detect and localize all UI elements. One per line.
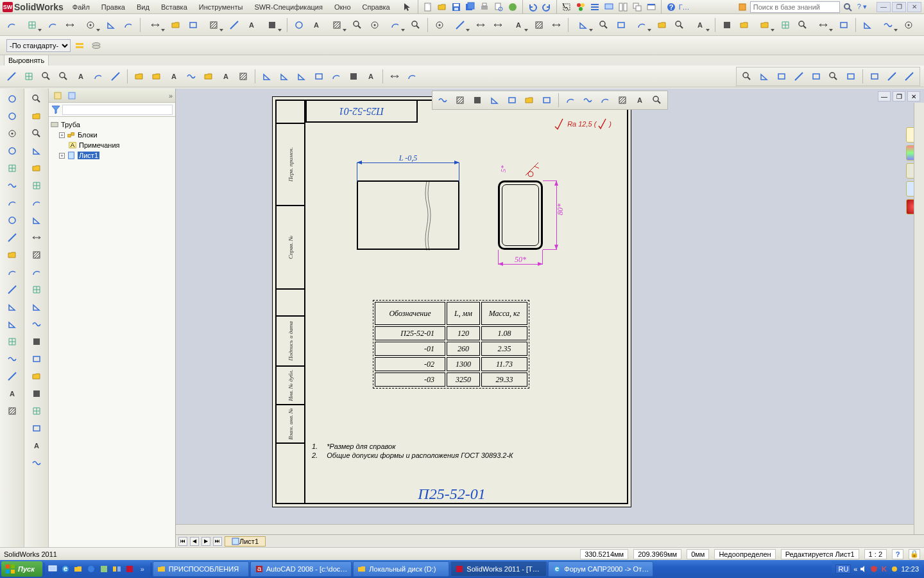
circle-icon[interactable] bbox=[408, 17, 424, 33]
datum-icon[interactable] bbox=[867, 69, 882, 84]
ql-sw-icon[interactable] bbox=[124, 563, 135, 575]
qat-tile-icon[interactable] bbox=[617, 1, 629, 13]
revolve-dim-icon[interactable] bbox=[350, 17, 365, 33]
link-icon[interactable] bbox=[791, 69, 807, 84]
gd-t-icon[interactable] bbox=[28, 334, 46, 349]
wave2-icon[interactable] bbox=[737, 17, 752, 33]
tray-chevron-icon[interactable]: « bbox=[853, 565, 857, 573]
arc3-icon[interactable] bbox=[28, 265, 46, 280]
start-button[interactable]: Пуск bbox=[1, 561, 42, 577]
tile-icon[interactable] bbox=[294, 69, 309, 84]
sheet2-icon[interactable] bbox=[3, 403, 21, 419]
fillet-icon[interactable] bbox=[103, 17, 119, 33]
qat-options-icon[interactable] bbox=[588, 1, 601, 13]
sketch-arc-icon[interactable] bbox=[28, 317, 46, 332]
tree-node-sheet1[interactable]: +Лист1 bbox=[59, 150, 174, 161]
break-icon[interactable] bbox=[631, 17, 653, 33]
vline2-icon[interactable] bbox=[28, 403, 46, 419]
balign-icon[interactable] bbox=[235, 69, 251, 84]
zoom-in-icon[interactable] bbox=[452, 92, 468, 108]
auto-icon[interactable] bbox=[311, 69, 327, 84]
qat-rebuild-icon[interactable] bbox=[574, 1, 587, 13]
qat-display-icon[interactable] bbox=[603, 1, 615, 13]
dimension-50[interactable]: 50* bbox=[498, 259, 543, 269]
drawing-sheet[interactable]: Перв. примен. Справ. № Подпись и дата Ин… bbox=[272, 96, 631, 507]
gap-icon[interactable] bbox=[108, 69, 123, 84]
mouse-icon[interactable] bbox=[901, 17, 916, 33]
baseline-icon[interactable] bbox=[367, 17, 382, 33]
qat-printpreview-icon[interactable] bbox=[492, 1, 505, 13]
prev-view-icon[interactable] bbox=[563, 92, 578, 108]
feature-icon[interactable] bbox=[3, 109, 21, 124]
lines2-icon[interactable] bbox=[387, 69, 402, 84]
hatch2-icon[interactable] bbox=[3, 317, 21, 332]
menu-swr[interactable]: SWR-Спецификация bbox=[249, 2, 328, 12]
tray-shield-icon[interactable] bbox=[870, 565, 878, 573]
rect-pattern-icon[interactable] bbox=[326, 17, 348, 33]
tray-volume-icon[interactable] bbox=[860, 565, 868, 573]
h-center-icon[interactable] bbox=[860, 17, 875, 33]
convert-icon[interactable] bbox=[144, 17, 166, 33]
spline-fit-icon[interactable] bbox=[80, 17, 101, 33]
color-icon[interactable] bbox=[329, 69, 344, 84]
move-icon[interactable] bbox=[28, 351, 46, 367]
target-icon[interactable] bbox=[28, 369, 46, 384]
ql-ie-icon[interactable]: e bbox=[60, 563, 71, 575]
note-icon[interactable] bbox=[757, 69, 772, 84]
taskbar-task[interactable]: eФорум САПР2000 -> От… bbox=[548, 561, 653, 577]
3d-curve-icon[interactable] bbox=[45, 17, 60, 33]
standards-dropdown[interactable]: -По стандарту- bbox=[4, 38, 107, 53]
block-icon[interactable] bbox=[28, 455, 46, 471]
hatch-icon[interactable] bbox=[884, 69, 900, 84]
layer-mgr-icon[interactable] bbox=[89, 38, 104, 53]
ql-desktop-icon[interactable] bbox=[47, 563, 58, 575]
dist-h-icon[interactable] bbox=[132, 69, 147, 84]
ql-chevron-icon[interactable]: » bbox=[137, 563, 148, 575]
tree-root[interactable]: Труба bbox=[50, 119, 174, 130]
tol-icon[interactable] bbox=[809, 69, 824, 84]
align-v-icon[interactable] bbox=[56, 69, 71, 84]
status-scale[interactable]: 1 : 2 bbox=[864, 549, 887, 559]
scale-icon[interactable] bbox=[902, 69, 917, 84]
vertical-scrollbar[interactable] bbox=[914, 103, 924, 534]
sheet-nav-last-icon[interactable]: ⏭ bbox=[213, 537, 222, 546]
toggle-icon[interactable] bbox=[261, 17, 283, 33]
copyf-icon[interactable] bbox=[843, 69, 859, 84]
text-icon[interactable] bbox=[654, 17, 670, 33]
ordinate-icon[interactable] bbox=[596, 17, 612, 33]
lines1-icon[interactable]: A bbox=[363, 69, 379, 84]
txt-a-icon[interactable] bbox=[739, 69, 755, 84]
group-icon[interactable] bbox=[90, 69, 106, 84]
align-h-icon[interactable] bbox=[38, 69, 54, 84]
tree-node-blocks[interactable]: +Блоки bbox=[59, 130, 174, 140]
persp-icon[interactable] bbox=[649, 92, 665, 108]
standards-select[interactable]: -По стандарту- bbox=[6, 39, 71, 52]
ql-folder-icon[interactable] bbox=[73, 563, 84, 575]
tree-tab-config-icon[interactable] bbox=[65, 90, 78, 101]
status-lock-icon[interactable]: 🔒 bbox=[909, 549, 920, 559]
zoom-window-icon[interactable] bbox=[487, 92, 502, 108]
align-r-icon[interactable] bbox=[21, 69, 37, 84]
polyline-icon[interactable] bbox=[28, 178, 46, 193]
status-help-icon[interactable]: ? bbox=[892, 549, 903, 559]
dim-icon[interactable] bbox=[3, 299, 21, 315]
spline-icon[interactable] bbox=[28, 161, 46, 176]
tray-clock[interactable]: 12:23 bbox=[901, 565, 919, 573]
eqh-icon[interactable] bbox=[259, 69, 275, 84]
qat-help-icon[interactable]: ? bbox=[665, 1, 678, 13]
qat-redo-icon[interactable] bbox=[540, 1, 553, 13]
minimize-button[interactable]: — bbox=[877, 2, 891, 12]
taskbar-task[interactable]: aAutoCAD 2008 - [c:\doc… bbox=[250, 561, 352, 577]
sheet-icon[interactable] bbox=[3, 126, 21, 141]
italic-icon[interactable] bbox=[672, 17, 687, 33]
qat-new-icon[interactable] bbox=[422, 1, 434, 13]
lalign-icon[interactable] bbox=[184, 69, 199, 84]
ellipse-icon[interactable] bbox=[449, 17, 471, 33]
arrow-d-icon[interactable] bbox=[28, 386, 46, 401]
folder-icon[interactable] bbox=[3, 369, 21, 384]
tree-tab-feature-icon[interactable] bbox=[51, 90, 64, 101]
curve-icon[interactable] bbox=[3, 195, 21, 211]
annot-icon[interactable] bbox=[3, 213, 21, 228]
tray-net-icon[interactable] bbox=[891, 565, 898, 573]
viewport-icon[interactable] bbox=[291, 17, 307, 33]
